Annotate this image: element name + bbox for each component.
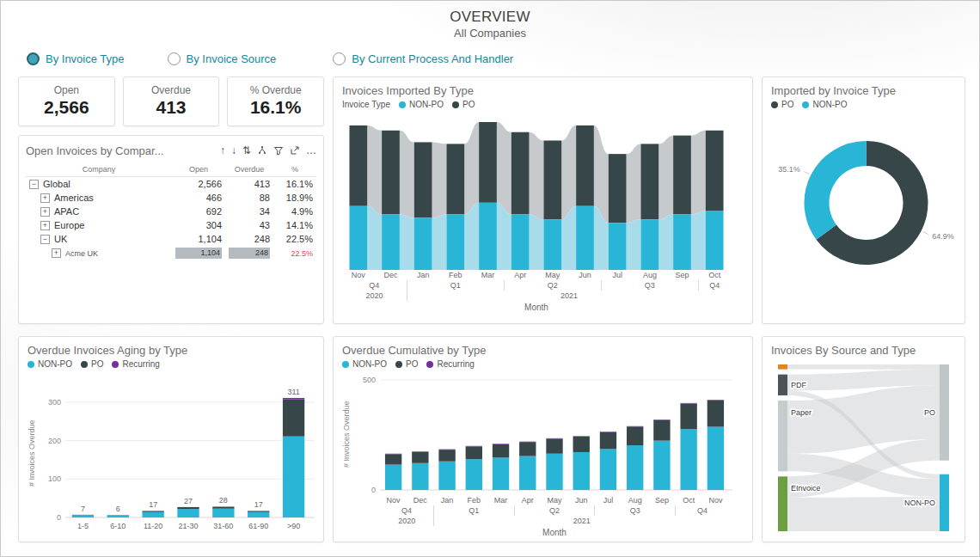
kpi-row: Open 2,566 Overdue 413 % Overdue 16.1%	[18, 77, 324, 126]
expand-icon[interactable]: +	[40, 207, 50, 217]
month-axis: NovDecJanFebMarAprMayJunJulAugSepOctNov	[380, 495, 729, 505]
column-header-[interactable]: %	[273, 162, 316, 177]
invoices-imported-chart[interactable]	[342, 113, 731, 270]
legend-item[interactable]: NON-PO	[342, 359, 387, 369]
table-row[interactable]: +Americas4668818.9%	[26, 191, 316, 205]
legend-item[interactable]: NON-PO	[28, 359, 72, 369]
dashboard-page: OVERVIEW All Companies By Invoice TypeBy…	[0, 0, 980, 557]
cell-value: 16.1%	[286, 179, 313, 189]
page-subtitle: All Companies	[1, 27, 979, 40]
legend-item[interactable]: Recurring	[426, 359, 474, 369]
quarter-label: Q4	[675, 505, 729, 516]
month-label: Sep	[648, 495, 675, 505]
overdue-cumulative-chart[interactable]: 0500	[354, 373, 734, 495]
company-table-header-row: CompanyOpenOverdue%	[26, 162, 316, 177]
company-name: Global	[43, 179, 70, 189]
legend-dot	[81, 361, 88, 368]
table-row[interactable]: +Europe3044314.1%	[26, 218, 316, 232]
kpi-value: 16.1%	[228, 97, 323, 118]
legend: NON-POPORecurring	[342, 359, 744, 369]
year-axis: 20202021	[380, 516, 729, 526]
quarter-label: Q4	[342, 280, 407, 291]
radio-icon[interactable]	[333, 52, 346, 65]
month-label: Mar	[487, 495, 514, 505]
svg-text:NON-PO: NON-PO	[904, 499, 935, 507]
expand-icon[interactable]: +	[40, 221, 50, 230]
legend-item[interactable]: PO	[81, 359, 103, 369]
legend-dot	[342, 361, 349, 368]
svg-text:0: 0	[371, 486, 376, 494]
table-row[interactable]: −UK1,10424822.5%	[26, 232, 316, 246]
year-axis: 20202021	[342, 291, 731, 301]
legend-label: NON-PO	[409, 100, 444, 109]
legend: PONON-PO	[771, 100, 956, 109]
legend-item[interactable]: PO	[771, 100, 793, 109]
cell-value: 22.5%	[291, 249, 313, 258]
imported-by-type-donut[interactable]: 64.9%35.1%	[771, 113, 958, 296]
kpi-card-pct-overdue: % Overdue 16.1%	[227, 77, 324, 126]
svg-text:100: 100	[48, 474, 61, 483]
overdue-aging-chart[interactable]: 010020030071-566-101711-202721-302831-60…	[40, 373, 315, 533]
cell-value: 43	[260, 220, 270, 230]
sort-ascending-icon[interactable]: ↑	[220, 145, 225, 156]
collapse-icon[interactable]: −	[40, 235, 50, 244]
focus-mode-icon[interactable]	[290, 145, 300, 156]
legend-label: NON-PO	[352, 359, 387, 369]
data-bar: 248	[229, 248, 270, 259]
table-toolbar-icons: ↑↓⇅…	[220, 145, 316, 156]
column-header-company[interactable]: Company	[26, 162, 172, 177]
sort-descending-icon[interactable]: ↓	[231, 145, 236, 156]
imported-by-type-card: Imported by Invoice Type PONON-PO 64.9%3…	[762, 77, 965, 324]
legend-dot	[452, 101, 459, 108]
table-row[interactable]: +APAC692344.9%	[26, 205, 316, 218]
month-label: Jun	[568, 495, 595, 505]
svg-text:EInvoice: EInvoice	[791, 484, 821, 493]
expand-icon[interactable]: +	[52, 248, 61, 258]
radio-option-3[interactable]: By Current Process And Handler	[333, 52, 513, 65]
invoices-by-source-sankey[interactable]: PDFPaperEInvoicePONON-PO	[771, 362, 956, 534]
cell-value: 1,104	[198, 234, 222, 244]
cell-value: 34	[260, 206, 270, 217]
legend-item[interactable]: NON-PO	[802, 100, 847, 109]
x-axis-title: Month	[380, 528, 729, 537]
column-header-overdue[interactable]: Overdue	[225, 162, 273, 177]
radio-option-2[interactable]: By Invoice Source	[168, 52, 277, 65]
invoices-imported-card: Invoices Imported By Type Invoice TypeNO…	[333, 77, 753, 324]
radio-option-1[interactable]: By Invoice Type	[27, 52, 125, 65]
collapse-icon[interactable]: −	[29, 180, 39, 189]
legend-dot	[112, 361, 119, 368]
svg-text:200: 200	[48, 437, 61, 445]
cell-value: 466	[206, 193, 222, 203]
legend-title: Invoice Type	[342, 100, 390, 109]
legend-label: PO	[91, 359, 103, 369]
legend-dot	[771, 101, 778, 108]
svg-text:6: 6	[116, 505, 120, 513]
company-table: CompanyOpenOverdue% −Global2,56641316.1%…	[26, 162, 316, 260]
legend-dot	[426, 361, 433, 368]
column-header-open[interactable]: Open	[172, 162, 225, 177]
year-label: 2021	[433, 516, 729, 526]
legend-item[interactable]: Recurring	[112, 359, 159, 369]
drilldown-icon[interactable]	[257, 145, 267, 156]
month-label: May	[536, 270, 569, 280]
svg-text:6-10: 6-10	[110, 522, 126, 530]
more-options-icon[interactable]: …	[306, 145, 316, 156]
legend-item[interactable]: PO	[452, 100, 475, 109]
quarter-axis: Q4Q1Q2Q3Q4	[342, 280, 731, 291]
legend-label: NON-PO	[38, 359, 72, 369]
table-row[interactable]: −Global2,56641316.1%	[26, 177, 316, 192]
radio-selected-icon[interactable]	[27, 52, 40, 65]
expand-icon[interactable]: +	[40, 193, 50, 203]
legend-item[interactable]: NON-PO	[399, 100, 444, 109]
radio-label: By Invoice Type	[46, 52, 125, 65]
radio-icon[interactable]	[168, 52, 181, 65]
legend-item[interactable]: PO	[395, 359, 418, 369]
month-label: Nov	[342, 270, 375, 280]
table-row[interactable]: +Acme UK1,10424822.5%	[26, 246, 316, 260]
kpi-label: % Overdue	[228, 84, 323, 96]
sort-icon[interactable]: ⇅	[242, 145, 251, 156]
svg-text:27: 27	[184, 497, 193, 505]
svg-text:64.9%: 64.9%	[932, 232, 954, 241]
month-label: Nov	[380, 495, 407, 505]
filter-icon[interactable]	[273, 145, 284, 156]
